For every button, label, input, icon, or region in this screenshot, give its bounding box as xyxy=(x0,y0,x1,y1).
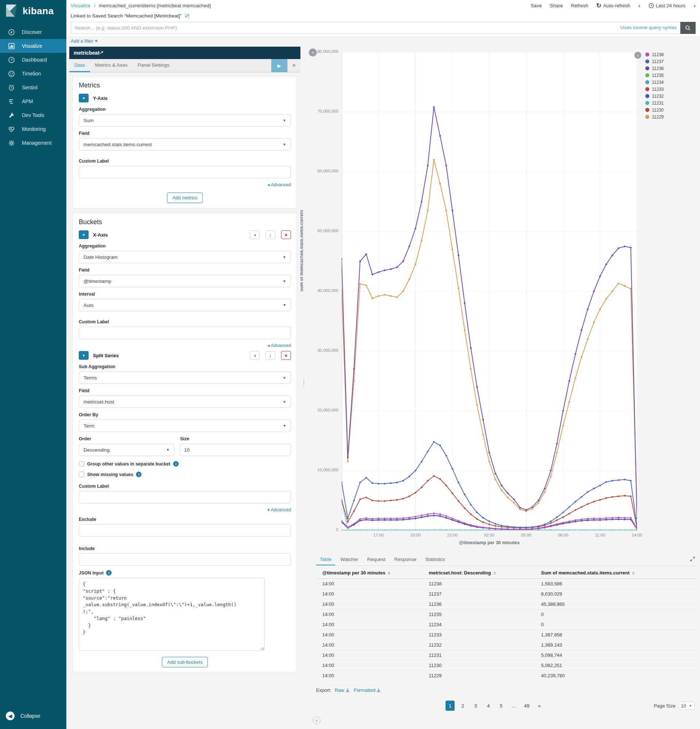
metric-custom-label-input[interactable] xyxy=(79,166,291,178)
breadcrumb-visualize-link[interactable]: Visualize xyxy=(71,3,90,9)
sidebar-item-apm[interactable]: APM xyxy=(0,94,66,108)
editor-collapse-toggle[interactable]: ‹ xyxy=(309,48,317,57)
metric-aggregation-select[interactable]: Sum▼ xyxy=(79,114,291,126)
toggle-enable-button[interactable]: ◑ xyxy=(250,230,260,239)
bucket-field-select[interactable]: @timestamp▼ xyxy=(79,275,291,287)
sidebar-item-sentinl[interactable]: Sentinl xyxy=(0,81,66,94)
legend-toggle-button[interactable]: › xyxy=(635,52,641,59)
time-range-picker[interactable]: Last 24 hours xyxy=(649,3,686,9)
unlink-icon[interactable] xyxy=(184,13,190,19)
remove-split-series-button[interactable]: × xyxy=(281,351,291,360)
page-size-select[interactable]: 10▼ xyxy=(678,701,694,710)
show-missing-checkbox[interactable] xyxy=(79,472,84,477)
sidebar-item-dev-tools[interactable]: Dev Tools xyxy=(0,108,66,122)
tab-data[interactable]: Data xyxy=(69,59,90,72)
json-input-textarea[interactable]: { "script" : { "source":"return _value.s… xyxy=(79,578,265,651)
auto-refresh-button[interactable]: ↻Auto-refresh xyxy=(596,3,630,9)
col-header-timestamp[interactable]: @timestamp per 30 minutes xyxy=(316,567,423,579)
metrics-advanced-toggle[interactable]: ◂ Advanced xyxy=(267,182,291,187)
legend-item-11236[interactable]: 11236 xyxy=(640,65,699,72)
legend-item-11229[interactable]: 11229 xyxy=(640,113,699,120)
sidebar-item-dashboard[interactable]: Dashboard xyxy=(0,53,66,67)
sub-aggregation-select[interactable]: Terms▼ xyxy=(79,372,291,384)
share-button[interactable]: Share xyxy=(550,3,563,9)
page-button-5[interactable]: 5 xyxy=(497,701,506,711)
page-button-1[interactable]: 1 xyxy=(446,701,455,711)
sidebar-item-monitoring[interactable]: Monitoring xyxy=(0,122,66,136)
page-button-49[interactable]: 49 xyxy=(522,701,531,711)
apply-changes-button[interactable]: ▶ xyxy=(271,59,287,72)
col-header-host[interactable]: metricset.host: Descending xyxy=(423,567,535,579)
size-input[interactable] xyxy=(180,444,291,456)
spy-panel-toggle[interactable]: ˅ xyxy=(313,717,321,724)
group-other-checkbox[interactable] xyxy=(79,461,84,466)
sidebar-collapse-button[interactable]: ◀ Collapse xyxy=(0,712,66,720)
exclude-input[interactable] xyxy=(79,524,291,537)
page-button-4[interactable]: 4 xyxy=(484,701,493,711)
panel-resizer[interactable]: ⋮⋮ xyxy=(301,379,305,394)
table-tab-response[interactable]: Response xyxy=(391,554,420,565)
sort-icon[interactable] xyxy=(388,572,391,575)
split-custom-label-input[interactable] xyxy=(79,491,291,503)
order-by-select[interactable]: Term▼ xyxy=(79,420,291,432)
kibana-logo[interactable]: kibana xyxy=(0,0,66,25)
col-header-sum[interactable]: Sum of memcached.stats.items.current xyxy=(535,567,697,579)
legend-item-11234[interactable]: 11234 xyxy=(640,79,699,86)
save-button[interactable]: Save xyxy=(530,3,542,9)
xaxis-advanced-toggle[interactable]: ◂ Advanced xyxy=(267,343,291,348)
time-forward-button[interactable]: › xyxy=(693,3,696,9)
table-tab-table[interactable]: Table xyxy=(316,554,335,565)
page-button-2[interactable]: 2 xyxy=(458,701,468,711)
sidebar-item-discover[interactable]: Discover xyxy=(0,25,66,39)
interval-select[interactable]: Auto▼ xyxy=(79,299,291,311)
search-input[interactable] xyxy=(71,22,680,34)
add-sub-buckets-button[interactable]: Add sub-buckets xyxy=(162,657,208,667)
page-next-button[interactable]: » xyxy=(535,701,544,711)
metric-field-select[interactable]: memcached.stats.items.current▼ xyxy=(79,138,291,151)
order-select[interactable]: Descending▼ xyxy=(79,444,174,456)
sidebar-item-timelion[interactable]: Timelion xyxy=(0,67,66,81)
table-tab-statistics[interactable]: Statistics xyxy=(421,554,449,565)
lucene-syntax-link[interactable]: Uses lucene query syntax xyxy=(620,25,677,30)
legend-item-11235[interactable]: 11235 xyxy=(640,72,699,79)
legend-item-11230[interactable]: 11230 xyxy=(640,106,699,113)
time-back-button[interactable]: ‹ xyxy=(638,3,640,9)
line-chart[interactable] xyxy=(341,52,637,530)
move-bucket-button[interactable]: ↕ xyxy=(266,351,275,360)
chart-plot-area[interactable] xyxy=(341,52,637,530)
tab-metrics-axes[interactable]: Metrics & Axes xyxy=(90,59,133,72)
move-bucket-button[interactable]: ↕ xyxy=(266,230,275,239)
sidebar-item-management[interactable]: Management xyxy=(0,136,66,150)
tab-panel-settings[interactable]: Panel Settings xyxy=(133,59,175,72)
table-tab-request[interactable]: Request xyxy=(363,554,389,565)
page-button-3[interactable]: 3 xyxy=(471,701,480,711)
export-formatted-link[interactable]: Formatted xyxy=(354,687,381,693)
remove-xaxis-button[interactable]: × xyxy=(281,230,291,239)
legend-item-11233[interactable]: 11233 xyxy=(640,86,699,93)
bucket-aggregation-select[interactable]: Date Histogram▼ xyxy=(79,251,291,263)
search-button[interactable] xyxy=(680,22,696,34)
legend-item-11238[interactable]: 11238 xyxy=(640,51,699,58)
toggle-enable-button[interactable]: ◑ xyxy=(250,351,260,360)
sort-icon[interactable] xyxy=(632,572,635,575)
legend-item-11231[interactable]: 11231 xyxy=(640,100,699,106)
info-icon[interactable]: i xyxy=(136,472,141,477)
sort-icon[interactable] xyxy=(493,572,496,575)
xaxis-custom-label-input[interactable] xyxy=(79,327,291,339)
include-input[interactable] xyxy=(79,553,291,566)
split-field-select[interactable]: metricset.host▼ xyxy=(79,395,291,408)
add-metrics-button[interactable]: Add metrics xyxy=(167,192,203,203)
add-filter-button[interactable]: Add a filter + xyxy=(71,38,98,44)
export-raw-link[interactable]: Raw xyxy=(335,687,350,693)
discard-changes-button[interactable]: × xyxy=(287,59,301,72)
info-icon[interactable]: i xyxy=(173,461,179,466)
legend-item-11237[interactable]: 11237 xyxy=(640,58,699,65)
xaxis-collapse-button[interactable]: ▾ xyxy=(79,230,89,239)
split-advanced-toggle[interactable]: ▾ Advanced xyxy=(267,507,291,513)
info-icon[interactable]: i xyxy=(106,570,112,575)
yaxis-collapse-button[interactable]: ▾ xyxy=(79,94,89,102)
refresh-button[interactable]: Refresh xyxy=(571,3,588,9)
split-series-collapse-button[interactable]: ▾ xyxy=(79,351,89,360)
sidebar-item-visualize[interactable]: Visualize xyxy=(0,39,66,53)
legend-item-11232[interactable]: 11232 xyxy=(640,93,699,100)
